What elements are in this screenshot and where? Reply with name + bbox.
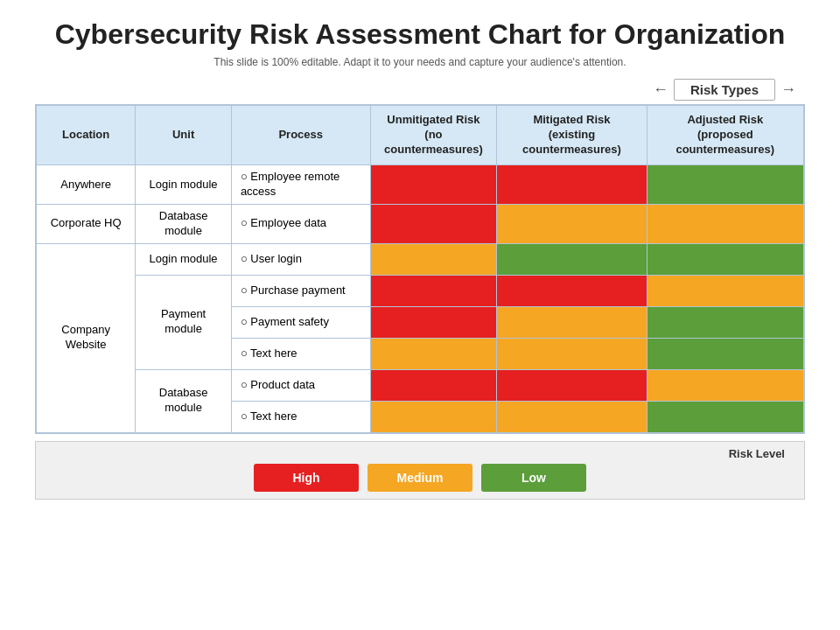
- table-row: Payment module○ Purchase payment: [37, 275, 804, 306]
- cell-unit: Database module: [136, 204, 232, 243]
- cell-risk-color: [497, 401, 647, 432]
- cell-risk-color: [497, 204, 647, 243]
- cell-process: ○ Purchase payment: [231, 275, 370, 306]
- cell-risk-color: [647, 275, 803, 306]
- cell-risk-color: [497, 243, 647, 275]
- cell-risk-color: [370, 401, 497, 432]
- legend-low: Low: [481, 464, 586, 492]
- cell-process: ○ Employee remote access: [231, 165, 370, 205]
- cell-risk-color: [647, 165, 803, 205]
- risk-types-label: Risk Types: [674, 79, 775, 101]
- risk-table-wrapper: Location Unit Process Unmitigated Risk(n…: [35, 104, 805, 433]
- cell-location: Corporate HQ: [37, 204, 136, 243]
- table-row: AnywhereLogin module○ Employee remote ac…: [37, 165, 804, 205]
- cell-risk-color: [497, 338, 647, 369]
- cell-process: ○ Employee data: [231, 204, 370, 243]
- cell-unit: Payment module: [136, 275, 232, 369]
- risk-level-title: Risk Level: [46, 447, 794, 460]
- page-subtitle: This slide is 100% editable. Adapt it to…: [214, 56, 626, 68]
- cell-risk-color: [370, 204, 497, 243]
- cell-risk-color: [647, 338, 803, 369]
- page-title: Cybersecurity Risk Assessment Chart for …: [55, 18, 786, 51]
- cell-risk-color: [370, 243, 497, 275]
- cell-risk-color: [647, 204, 803, 243]
- cell-risk-color: [370, 338, 497, 369]
- cell-process: ○ Payment safety: [231, 306, 370, 338]
- cell-risk-color: [497, 369, 647, 401]
- cell-location: Anywhere: [37, 165, 136, 205]
- cell-risk-color: [647, 401, 803, 432]
- risk-types-row: ← Risk Types →: [653, 79, 796, 101]
- cell-risk-color: [497, 165, 647, 205]
- col-header-unit: Unit: [136, 106, 232, 165]
- col-header-unmitigated: Unmitigated Risk(no countermeasures): [370, 106, 497, 165]
- cell-risk-color: [370, 275, 497, 306]
- col-header-mitigated: Mitigated Risk(existing countermeasures): [497, 106, 647, 165]
- cell-process: ○ User login: [231, 243, 370, 275]
- table-row: Database module○ Product data: [37, 369, 804, 401]
- cell-risk-color: [497, 306, 647, 338]
- cell-process: ○ Text here: [231, 401, 370, 432]
- col-header-process: Process: [231, 106, 370, 165]
- cell-risk-color: [647, 306, 803, 338]
- arrow-left-icon: ←: [653, 80, 668, 99]
- cell-unit: Database module: [136, 369, 232, 432]
- table-row: Corporate HQDatabase module○ Employee da…: [37, 204, 804, 243]
- cell-process: ○ Text here: [231, 338, 370, 369]
- cell-unit: Login module: [136, 243, 232, 275]
- risk-table: Location Unit Process Unmitigated Risk(n…: [36, 105, 804, 432]
- legend-high: High: [254, 464, 359, 492]
- col-header-location: Location: [37, 106, 136, 165]
- legend-row: High Medium Low: [46, 464, 794, 492]
- legend-container: Risk Level High Medium Low: [35, 441, 805, 500]
- cell-process: ○ Product data: [231, 369, 370, 401]
- arrow-right-icon: →: [780, 80, 796, 99]
- cell-risk-color: [370, 165, 497, 205]
- cell-risk-color: [497, 275, 647, 306]
- cell-risk-color: [370, 306, 497, 338]
- col-header-adjusted: Adjusted Risk(proposed countermeasures): [647, 106, 803, 165]
- cell-unit: Login module: [136, 165, 232, 205]
- cell-risk-color: [370, 369, 497, 401]
- cell-risk-color: [647, 369, 803, 401]
- cell-risk-color: [647, 243, 803, 275]
- cell-location: Company Website: [37, 243, 136, 432]
- legend-medium: Medium: [368, 464, 472, 492]
- page: Cybersecurity Risk Assessment Chart for …: [0, 0, 840, 630]
- table-row: Company WebsiteLogin module○ User login: [37, 243, 804, 275]
